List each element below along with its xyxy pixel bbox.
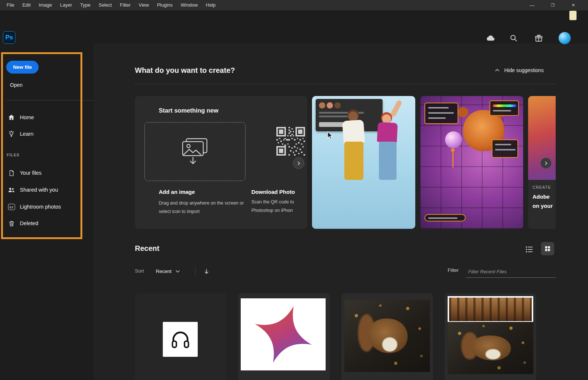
chevron-down-icon	[175, 269, 180, 274]
close-button[interactable]: ✕	[565, 0, 582, 10]
card-title-line1: Adobe	[533, 193, 556, 201]
start-card-title: Start something new	[159, 107, 218, 114]
cloud-sync-icon[interactable]	[485, 33, 496, 43]
menu-help[interactable]: Help	[202, 0, 220, 10]
decor-color-bar	[493, 104, 516, 107]
recent-heading: Recent	[135, 244, 159, 253]
decor-avatar	[319, 102, 325, 109]
home-icon	[8, 114, 15, 121]
file-icon	[8, 169, 15, 177]
menu-file[interactable]: File	[3, 0, 18, 10]
file-thumbnail	[163, 322, 198, 357]
decor-person-head	[382, 114, 391, 123]
menu-view[interactable]: View	[135, 0, 153, 10]
decor-panel	[424, 103, 458, 124]
filter-recent-files-input[interactable]	[466, 266, 556, 278]
sort-separator	[195, 266, 196, 276]
add-image-dropzone[interactable]	[144, 122, 245, 181]
headphones-icon	[170, 329, 191, 350]
open-button[interactable]: Open	[10, 82, 22, 88]
sidebar-item-deleted[interactable]: Deleted	[0, 217, 94, 230]
qr-code	[276, 127, 305, 156]
grid-view-button[interactable]	[541, 242, 554, 255]
menu-select[interactable]: Select	[94, 0, 116, 10]
sort-label: Sort	[135, 268, 144, 274]
decor-bar	[428, 117, 446, 119]
squirrel-photo-inner	[448, 322, 533, 374]
photoshop-home-screen: { "menubar": { "items": ["File", "Edit",…	[0, 0, 588, 380]
decor-person-arm	[390, 100, 403, 118]
sidebar-item-label: Shared with you	[20, 187, 58, 193]
decor-person-head	[348, 111, 358, 121]
sidebar-item-home[interactable]: Home	[0, 111, 94, 124]
photoshop-logo: Ps	[3, 31, 15, 44]
sidebar-item-learn[interactable]: Learn	[0, 127, 94, 141]
sort-direction-button[interactable]	[203, 267, 212, 276]
sidebar-item-label: Deleted	[20, 220, 38, 226]
suggestions-carousel: Start something new Add an image Drag an…	[135, 96, 556, 229]
decor-bar	[428, 107, 449, 109]
menu-image[interactable]: Image	[35, 0, 56, 10]
download-photoshop-title: Download Photo	[251, 189, 295, 195]
account-avatar[interactable]	[559, 32, 571, 44]
app-header: Ps	[0, 10, 588, 43]
carousel-next-button[interactable]	[540, 157, 552, 169]
menu-window[interactable]: Window	[177, 0, 202, 10]
file-thumbnail	[448, 296, 533, 374]
menu-filter[interactable]: Filter	[116, 0, 135, 10]
decor-bar	[428, 112, 454, 114]
decor-person-jeans	[379, 142, 397, 180]
recent-file-card[interactable]	[341, 293, 433, 380]
search-icon[interactable]	[509, 33, 519, 43]
chevron-up-icon	[494, 67, 500, 73]
sort-dropdown[interactable]: Recent	[156, 266, 180, 277]
hide-suggestions-button[interactable]: Hide suggestions	[494, 67, 544, 73]
decor-squirrel-belly	[382, 337, 398, 352]
menu-plugins[interactable]: Plugins	[153, 0, 177, 10]
card-eyebrow: CREATE	[533, 185, 556, 189]
start-card-next-button[interactable]	[293, 157, 304, 169]
image-add-icon	[178, 137, 213, 166]
decor-tiger-ear	[458, 107, 468, 117]
menu-type[interactable]: Type	[76, 0, 94, 10]
decor-person-pants	[344, 142, 363, 180]
sidebar-item-label: Learn	[20, 131, 33, 137]
gift-icon[interactable]	[534, 33, 544, 43]
maximize-button[interactable]: ❐	[544, 0, 561, 10]
qr-description-line2: Photoshop on iPhon	[251, 208, 293, 213]
menu-edit[interactable]: Edit	[18, 0, 35, 10]
file-thumbnail	[241, 298, 326, 370]
sidebar-item-your-files[interactable]: Your files	[0, 166, 94, 180]
sidebar-item-label: Your files	[20, 170, 42, 176]
sidebar-item-label: Home	[20, 114, 34, 120]
files-section-heading: FILES	[7, 153, 19, 157]
sidebar-item-label: Lightroom photos	[20, 204, 61, 210]
new-file-button[interactable]: New file	[6, 61, 39, 74]
decor-person-shirt	[342, 120, 365, 144]
menu-layer[interactable]: Layer	[56, 0, 76, 10]
people-icon	[8, 186, 15, 193]
list-view-button[interactable]	[525, 244, 535, 255]
decor-panel	[490, 100, 519, 116]
sidebar: New file Open Home Learn FILES Your file…	[0, 43, 94, 380]
decor-connector-dot	[451, 148, 455, 152]
recent-file-card[interactable]	[238, 293, 330, 380]
recent-file-card[interactable]	[445, 293, 536, 380]
sidebar-item-lightroom[interactable]: Lr Lightroom photos	[0, 200, 94, 213]
star-shape	[244, 295, 322, 373]
quick-skill-guide-image	[420, 96, 523, 229]
minimize-button[interactable]: —	[524, 0, 541, 10]
decor-bubble	[445, 131, 462, 148]
select-details-card[interactable]: SELECT DETAILS Quickly isolate tricky de…	[312, 96, 415, 229]
decor-connector-line	[452, 150, 453, 167]
sidebar-item-shared[interactable]: Shared with you	[0, 183, 94, 196]
menu-bar: File Edit Image Layer Type Select Filter…	[0, 0, 588, 10]
sort-value: Recent	[156, 269, 172, 274]
quick-skill-guide-card[interactable]: QUICK SKILL GUIDE Find the tools you nee…	[420, 96, 523, 229]
decor-bar	[495, 144, 511, 145]
recent-file-card[interactable]	[135, 293, 226, 380]
corner-note-icon[interactable]	[569, 11, 577, 20]
lightroom-icon: Lr	[8, 203, 15, 210]
qr-description-line1: Scan the QR code to	[251, 199, 294, 205]
card-title-line2: on your	[533, 202, 556, 210]
